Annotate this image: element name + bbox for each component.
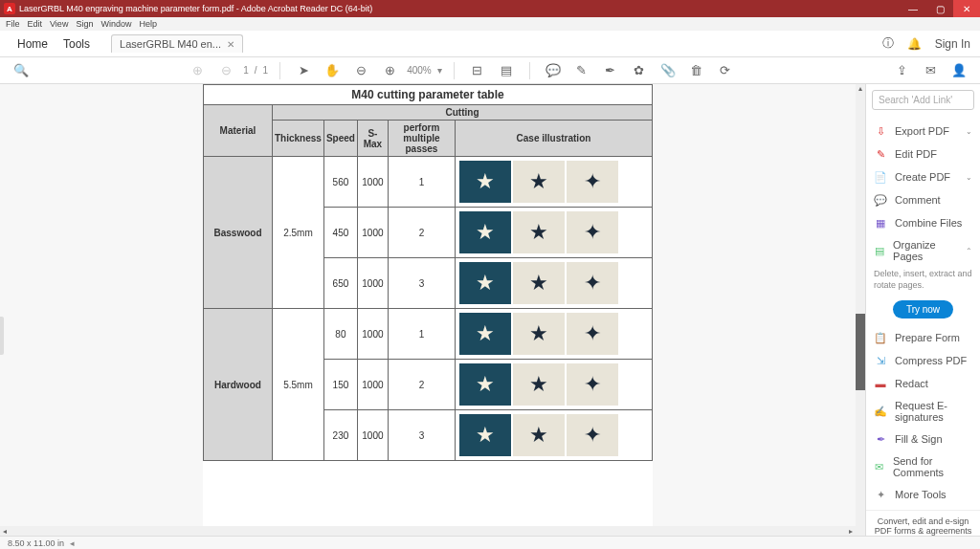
help-icon[interactable]: ⓘ xyxy=(882,35,894,52)
material-hardwood: Hardwood xyxy=(204,309,273,461)
col-material: Material xyxy=(204,105,273,157)
try-now-button[interactable]: Try now xyxy=(893,300,953,318)
comment-icon[interactable]: 💬 xyxy=(545,62,562,79)
sign-in-button[interactable]: Sign In xyxy=(935,37,970,51)
case-illustration: ★★✦ xyxy=(457,260,620,306)
case-illustration: ★★✦ xyxy=(457,362,620,407)
tool-edit-pdf[interactable]: ✎Edit PDF xyxy=(866,143,980,165)
col-thickness: Thickness xyxy=(273,121,324,157)
tool-organize-pages[interactable]: ▤Organize Pages⌃ xyxy=(866,234,980,267)
tools-button[interactable]: Tools xyxy=(56,33,98,55)
send-icon: ✉ xyxy=(874,460,885,473)
col-passes: perform multiple passes xyxy=(388,121,455,157)
esign-icon: ✍ xyxy=(874,405,887,418)
col-smax: S-Max xyxy=(357,121,388,157)
sign-icon[interactable]: ✒ xyxy=(602,62,619,79)
chevron-down-icon: ⌄ xyxy=(966,173,972,182)
redact-icon: ▬ xyxy=(874,377,887,390)
profile-icon[interactable]: 👤 xyxy=(950,62,968,79)
menu-file[interactable]: File xyxy=(6,19,20,29)
share-icon[interactable]: ⇪ xyxy=(893,62,910,79)
document-viewport[interactable]: M40 cutting parameter table Material Cut… xyxy=(0,84,856,549)
window-title: LaserGRBL M40 engraving machine paramete… xyxy=(19,4,372,13)
chevron-down-icon: ⌄ xyxy=(966,127,972,136)
zoom-level[interactable]: 400% xyxy=(407,65,432,76)
menu-bar: File Edit View Sign Window Help xyxy=(0,17,980,31)
tool-more-tools[interactable]: ✦More Tools xyxy=(866,483,980,506)
scrollbar-thumb[interactable] xyxy=(856,314,865,390)
menu-view[interactable]: View xyxy=(50,19,68,29)
close-button[interactable]: ✕ xyxy=(953,0,980,17)
tab-close-icon[interactable]: ✕ xyxy=(227,39,234,50)
horizontal-scrollbar[interactable]: ◂ ▸ xyxy=(0,526,856,536)
page-down-icon[interactable]: ⊖ xyxy=(217,62,234,79)
minimize-button[interactable]: — xyxy=(900,0,926,17)
hand-icon[interactable]: ✋ xyxy=(323,62,341,79)
tool-comment[interactable]: 💬Comment xyxy=(866,188,980,211)
search-icon[interactable]: 🔍 xyxy=(12,62,30,79)
menu-edit[interactable]: Edit xyxy=(28,19,43,29)
maximize-button[interactable]: ▢ xyxy=(926,0,953,17)
tab-label: LaserGRBL M40 en... xyxy=(120,38,221,50)
vertical-scrollbar[interactable]: ▴ ▾ xyxy=(856,84,865,549)
tool-request-esign[interactable]: ✍Request E-signatures xyxy=(866,395,980,428)
zoom-in-icon[interactable]: ⊕ xyxy=(381,62,398,79)
zoom-out-icon[interactable]: ⊖ xyxy=(352,62,369,79)
app-logo-icon: A xyxy=(4,3,15,14)
page-number[interactable]: 1 xyxy=(243,65,249,76)
attach-icon[interactable]: 📎 xyxy=(659,62,677,79)
zoom-dropdown-icon[interactable]: ▾ xyxy=(437,65,442,76)
chevron-up-icon: ⌃ xyxy=(966,247,972,255)
scroll-up-icon[interactable]: ▴ xyxy=(856,84,865,94)
comment-icon: 💬 xyxy=(874,193,887,207)
search-tools-input[interactable]: Search 'Add Link' xyxy=(872,90,974,110)
table-title: M40 cutting parameter table xyxy=(204,85,653,105)
tool-redact[interactable]: ▬Redact xyxy=(866,372,980,395)
col-speed: Speed xyxy=(323,121,357,157)
prepare-form-icon: 📋 xyxy=(874,331,887,344)
status-bar: 8.50 x 11.00 in ◂ xyxy=(0,536,980,549)
tool-export-pdf[interactable]: ⇩Export PDF⌄ xyxy=(866,120,980,143)
highlight-icon[interactable]: ✎ xyxy=(573,62,590,79)
page-sep: / xyxy=(255,65,257,76)
toolbar: 🔍 ⊕ ⊖ 1 / 1 ➤ ✋ ⊖ ⊕ 400% ▾ ⊟ ▤ 💬 ✎ ✒ ✿ 📎… xyxy=(0,57,980,84)
app-bar: Home Tools LaserGRBL M40 en... ✕ ⓘ 🔔 Sig… xyxy=(0,31,980,57)
tool-send-comments[interactable]: ✉Send for Comments xyxy=(866,450,980,483)
tool-compress-pdf[interactable]: ⇲Compress PDF xyxy=(866,349,980,372)
page-dimensions: 8.50 x 11.00 in xyxy=(8,538,64,548)
page-total: 1 xyxy=(263,65,269,76)
create-pdf-icon: 📄 xyxy=(874,170,887,184)
notification-icon[interactable]: 🔔 xyxy=(907,37,922,51)
document-tab[interactable]: LaserGRBL M40 en... ✕ xyxy=(111,34,243,53)
scroll-left-icon[interactable]: ◂ xyxy=(0,527,10,536)
left-panel-handle[interactable] xyxy=(0,317,4,355)
email-icon[interactable]: ✉ xyxy=(922,62,939,79)
stamp-icon[interactable]: ✿ xyxy=(631,62,648,79)
menu-sign[interactable]: Sign xyxy=(76,19,93,29)
tool-prepare-form[interactable]: 📋Prepare Form xyxy=(866,326,980,349)
tool-fill-sign[interactable]: ✒Fill & Sign xyxy=(866,428,980,450)
menu-help[interactable]: Help xyxy=(139,19,157,29)
home-button[interactable]: Home xyxy=(10,33,56,55)
material-basswood: Basswood xyxy=(204,157,273,309)
parameter-table: M40 cutting parameter table Material Cut… xyxy=(203,84,653,461)
case-illustration: ★★✦ xyxy=(457,311,620,357)
tool-combine-files[interactable]: ▦Combine Files xyxy=(866,211,980,234)
scroll-right-icon[interactable]: ▸ xyxy=(846,527,856,536)
thickness-hardwood: 5.5mm xyxy=(273,309,324,461)
thickness-basswood: 2.5mm xyxy=(273,157,324,309)
menu-window[interactable]: Window xyxy=(100,19,131,29)
delete-icon[interactable]: 🗑 xyxy=(688,62,705,79)
status-nav-left-icon[interactable]: ◂ xyxy=(70,538,75,548)
more-tools-icon: ✦ xyxy=(874,488,887,501)
pointer-icon[interactable]: ➤ xyxy=(295,62,312,79)
fill-sign-icon: ✒ xyxy=(874,432,887,446)
page-up-icon[interactable]: ⊕ xyxy=(189,62,206,79)
case-illustration: ★★✦ xyxy=(457,159,620,205)
page-view-icon[interactable]: ▤ xyxy=(498,62,515,79)
refresh-icon[interactable]: ⟳ xyxy=(717,62,734,79)
window-title-bar: A LaserGRBL M40 engraving machine parame… xyxy=(0,0,980,17)
fit-width-icon[interactable]: ⊟ xyxy=(469,62,486,79)
col-cutting: Cutting xyxy=(273,105,653,121)
tool-create-pdf[interactable]: 📄Create PDF⌄ xyxy=(866,165,980,188)
